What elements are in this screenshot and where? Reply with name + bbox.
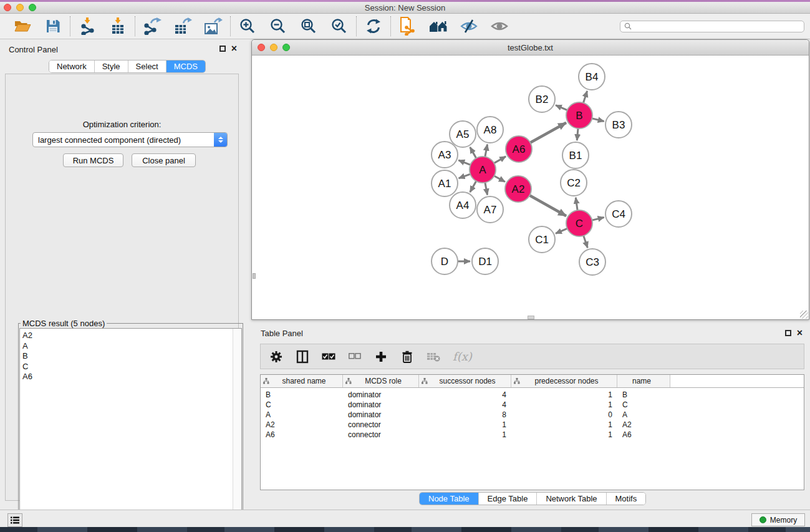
graph-node-A8[interactable]: A8 (477, 117, 503, 143)
table-cell[interactable]: dominator (343, 390, 419, 400)
criterion-dropdown[interactable]: largest connected component (directed) (32, 132, 228, 147)
tab-select[interactable]: Select (128, 60, 166, 72)
mcds-result-item[interactable]: B (22, 351, 32, 362)
table-cell[interactable]: C (261, 400, 343, 410)
graph-node-D[interactable]: D (432, 248, 458, 274)
zoom-network-window-button[interactable] (282, 44, 290, 51)
copy-network-button[interactable] (398, 16, 418, 36)
resize-grip-icon[interactable] (800, 311, 808, 319)
column-header-name[interactable]: name (617, 375, 670, 387)
graph-node-C3[interactable]: C3 (579, 249, 605, 275)
zoom-fit-button[interactable] (299, 16, 319, 36)
select-all-rows-button[interactable] (322, 349, 335, 364)
graph-edge-A-A5[interactable] (470, 147, 476, 158)
table-cell[interactable]: A6 (261, 430, 343, 440)
export-network-button[interactable] (142, 16, 162, 36)
tab-network[interactable]: Network (49, 60, 95, 72)
tab-style[interactable]: Style (95, 60, 128, 72)
graph-edge-B-B4[interactable] (583, 91, 587, 103)
graph-node-D1[interactable]: D1 (472, 248, 498, 274)
column-header-successor-nodes[interactable]: successor nodes (419, 375, 511, 387)
tab-edge-table[interactable]: Edge Table (479, 493, 538, 505)
tab-node-table[interactable]: Node Table (420, 493, 479, 505)
vertical-scroll-handle[interactable] (253, 273, 256, 279)
column-header-shared-name[interactable]: shared name (261, 375, 343, 387)
graph-node-C2[interactable]: C2 (561, 170, 587, 196)
import-network-button[interactable] (77, 16, 97, 36)
table-cell[interactable]: connector (343, 420, 419, 430)
zoom-selected-button[interactable] (329, 16, 349, 36)
task-history-button[interactable] (7, 513, 22, 527)
graph-node-A6[interactable]: A6 (506, 136, 532, 162)
network-canvas[interactable]: B4B2BB3A8A5A6A3B1AA1C2A2A4A7C4CC1C3DD1 (253, 56, 808, 319)
home-button[interactable] (428, 16, 448, 36)
table-cell[interactable]: dominator (343, 400, 419, 410)
table-settings-button[interactable] (269, 349, 283, 364)
delete-row-button[interactable] (400, 349, 414, 364)
minimize-network-window-button[interactable] (270, 44, 277, 51)
deselect-all-rows-button[interactable] (348, 349, 362, 364)
table-cell[interactable]: 1 (511, 430, 617, 440)
table-cell[interactable]: 1 (511, 390, 617, 400)
graph-edge-A-A3[interactable] (458, 160, 470, 165)
table-cell[interactable]: B (617, 390, 670, 400)
graph-node-B[interactable]: B (566, 102, 592, 128)
graph-node-C1[interactable]: C1 (529, 226, 555, 253)
close-network-window-button[interactable] (258, 44, 265, 51)
memory-button[interactable]: Memory (751, 513, 805, 526)
graph-node-A[interactable]: A (470, 157, 496, 183)
graph-edge-A-A8[interactable] (485, 145, 488, 157)
search-input[interactable] (634, 22, 800, 31)
table-cell[interactable]: A2 (617, 420, 670, 430)
graph-node-C[interactable]: C (566, 210, 592, 236)
tab-network-table[interactable]: Network Table (537, 493, 606, 505)
result-scrollbar[interactable] (233, 329, 241, 532)
graph-edge-A-A7[interactable] (485, 183, 488, 195)
hide-graphics-details-button[interactable] (459, 16, 479, 36)
table-cell[interactable]: 4 (419, 400, 511, 410)
tab-motifs[interactable]: Motifs (607, 493, 646, 505)
zoom-out-button[interactable] (268, 16, 288, 36)
column-header-mcds-role[interactable]: MCDS role (343, 375, 419, 387)
delete-table-button[interactable] (427, 349, 440, 364)
table-cell[interactable]: 8 (419, 410, 511, 420)
graph-edge-A6-B[interactable] (530, 123, 566, 143)
refresh-button[interactable] (364, 16, 383, 36)
graph-node-B1[interactable]: B1 (562, 142, 589, 168)
save-session-button[interactable] (43, 16, 63, 36)
table-cell[interactable]: dominator (343, 410, 419, 420)
close-window-button[interactable] (4, 4, 11, 11)
open-session-button[interactable] (12, 16, 32, 36)
table-cell[interactable]: 1 (419, 430, 511, 440)
graph-node-A2[interactable]: A2 (505, 176, 531, 202)
table-cell[interactable]: B (261, 390, 343, 400)
table-row[interactable]: Adominator80A (261, 410, 804, 420)
table-cell[interactable]: A (617, 410, 670, 420)
table-cell[interactable]: 1 (511, 420, 617, 430)
import-table-button[interactable] (108, 16, 128, 36)
graph-node-A5[interactable]: A5 (450, 121, 476, 147)
add-row-button[interactable] (374, 349, 388, 364)
mcds-result-item[interactable]: A6 (22, 372, 32, 382)
float-panel-icon[interactable] (219, 46, 226, 52)
graph-node-B3[interactable]: B3 (605, 112, 632, 138)
table-cell[interactable]: 1 (511, 400, 617, 410)
mcds-result-item[interactable]: A (22, 341, 32, 352)
horizontal-scroll-handle[interactable] (528, 316, 534, 319)
table-cell[interactable]: A2 (261, 420, 343, 430)
run-mcds-button[interactable]: Run MCDS (63, 153, 123, 167)
table-row[interactable]: A2connector11A2 (261, 420, 804, 430)
graph-edge-C-C4[interactable] (592, 218, 604, 221)
float-table-panel-icon[interactable] (785, 330, 791, 336)
table-row[interactable]: Bdominator41B (261, 390, 804, 400)
export-table-button[interactable] (173, 16, 193, 36)
network-window-titlebar[interactable]: testGlobe.txt (252, 40, 809, 56)
close-panel-icon[interactable]: × (231, 46, 237, 52)
mcds-result-item[interactable]: C (22, 362, 32, 372)
tab-mcds[interactable]: MCDS (166, 60, 205, 72)
graph-edge-A-A4[interactable] (470, 181, 476, 192)
graph-edge-C-C1[interactable] (556, 228, 567, 233)
graph-node-C4[interactable]: C4 (605, 201, 632, 227)
graph-edge-B-B1[interactable] (577, 128, 578, 140)
graph-edge-B-B2[interactable] (556, 105, 567, 110)
